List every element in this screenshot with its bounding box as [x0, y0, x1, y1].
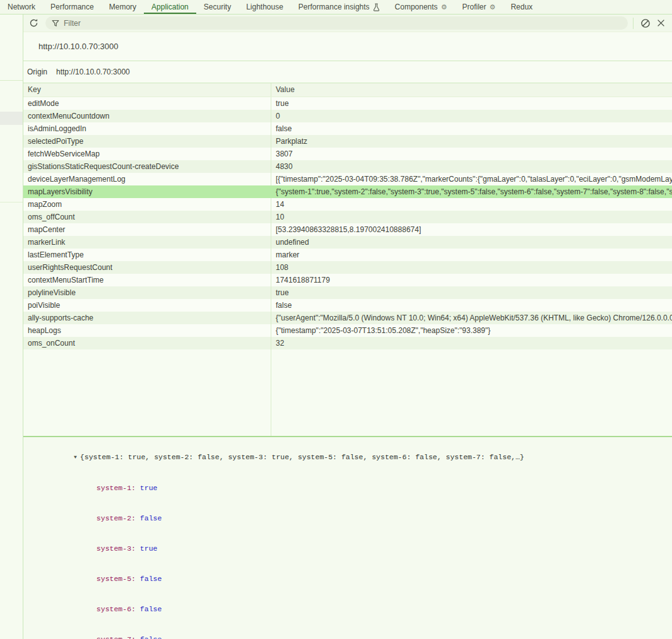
gear-icon: ⚙ [441, 4, 447, 11]
table-row[interactable]: mapZoom 14 [23, 198, 672, 211]
row-key: oms_onCount [23, 337, 271, 349]
preview-entry: system-5false [23, 564, 672, 594]
tab-components[interactable]: Components ⚙ [387, 0, 455, 14]
row-value: 3807 [271, 148, 672, 160]
refresh-icon [29, 18, 38, 28]
row-key: mapLayersVisibility [23, 185, 271, 198]
table-row[interactable]: polylineVisible true [23, 286, 672, 299]
sidebar-divider [0, 202, 23, 202]
tab-performance-insights[interactable]: Performance insights [291, 0, 387, 14]
preview-entry: system-6false [23, 594, 672, 624]
row-value: 4830 [271, 160, 672, 173]
tab-memory[interactable]: Memory [102, 0, 144, 14]
tab-application[interactable]: Application [144, 0, 196, 14]
storage-title: http://10.10.0.70:3000 [23, 32, 672, 61]
funnel-icon [52, 20, 59, 27]
row-key: gisStationsStaticRequestCount-createDevi… [23, 160, 271, 173]
table-row[interactable]: userRightsRequestCount 108 [23, 261, 672, 274]
table-row[interactable]: contextMenuStartTime 1741618871179 [23, 274, 672, 286]
tab-redux[interactable]: Redux [503, 0, 540, 14]
preview-entry: system-1true [23, 473, 672, 503]
row-value: true [271, 286, 672, 299]
table-row[interactable]: markerLink undefined [23, 236, 672, 249]
row-key: heapLogs [23, 324, 271, 337]
row-key: selectedPoiType [23, 135, 271, 148]
table-row[interactable]: lastElementType marker [23, 249, 672, 261]
row-key: mapCenter [23, 223, 271, 236]
chevron-expanded-icon[interactable]: ▼ [74, 452, 77, 462]
row-key: userRightsRequestCount [23, 261, 271, 274]
preview-entry: system-2false [23, 503, 672, 534]
row-key: markerLink [23, 236, 271, 249]
clear-all-button[interactable] [638, 16, 653, 31]
table-row[interactable]: heapLogs {"timestamp":"2025-03-07T13:51:… [23, 324, 672, 337]
row-value: {"userAgent":"Mozilla/5.0 (Windows NT 10… [271, 312, 672, 324]
row-value: 0 [271, 110, 672, 122]
filter-input[interactable] [64, 19, 622, 28]
table-body: editMode true contextMenuCountdown 0 isA… [23, 97, 672, 349]
row-value: false [271, 299, 672, 312]
row-key: contextMenuStartTime [23, 274, 271, 286]
row-key: polylineVisible [23, 286, 271, 299]
delete-selected-button[interactable] [653, 16, 668, 31]
block-icon [640, 18, 651, 28]
table-row[interactable]: isAdminLoggedIn false [23, 122, 672, 135]
tab-profiler[interactable]: Profiler ⚙ [455, 0, 504, 14]
storage-sidebar [0, 15, 23, 639]
value-preview-panel: ▼{system-1: true, system-2: false, syste… [23, 436, 672, 639]
table-row[interactable]: gisStationsStaticRequestCount-createDevi… [23, 160, 672, 173]
origin-label: Origin [27, 67, 47, 76]
row-value: [53.23940863328815,8.197002410888674] [271, 223, 672, 236]
row-value: false [271, 122, 672, 135]
table-row[interactable]: oms_onCount 32 [23, 337, 672, 349]
table-empty-area [23, 349, 672, 436]
row-value: marker [271, 249, 672, 261]
tab-lighthouse[interactable]: Lighthouse [239, 0, 291, 14]
sidebar-selected-item[interactable] [0, 112, 23, 125]
preview-entry: system-3true [23, 534, 672, 564]
origin-row: Origin http://10.10.0.70:3000 [23, 61, 672, 83]
table-row[interactable]: oms_offCount 10 [23, 211, 672, 223]
origin-value: http://10.10.0.70:3000 [56, 67, 130, 76]
preview-root: ▼{system-1: true, system-2: false, syste… [23, 443, 672, 471]
row-value: {"timestamp":"2025-03-07T13:51:05.208Z",… [271, 324, 672, 337]
flask-icon [373, 3, 380, 11]
tab-security[interactable]: Security [196, 0, 239, 14]
row-key: contextMenuCountdown [23, 110, 271, 122]
toolbar-divider [633, 18, 634, 29]
refresh-button[interactable] [26, 16, 41, 31]
row-key: lastElementType [23, 249, 271, 261]
tab-network[interactable]: Network [0, 0, 43, 14]
storage-toolbar [23, 15, 672, 32]
table-row[interactable]: editMode true [23, 97, 672, 110]
sidebar-divider [0, 80, 23, 81]
row-key: deviceLayerManagementLog [23, 173, 271, 185]
column-header-key: Key [23, 83, 271, 97]
table-row[interactable]: poiVisible false [23, 299, 672, 312]
row-key: ally-supports-cache [23, 312, 271, 324]
table-row[interactable]: contextMenuCountdown 0 [23, 110, 672, 122]
row-key: isAdminLoggedIn [23, 122, 271, 135]
table-row[interactable]: deviceLayerManagementLog [{"timestamp":"… [23, 173, 672, 185]
devtools-tabbar: Network Performance Memory Application S… [0, 0, 672, 15]
table-row[interactable]: fetchWebServiceMap 3807 [23, 148, 672, 160]
table-row[interactable]: mapLayersVisibility {"system-1":true,"sy… [23, 185, 672, 198]
row-key: editMode [23, 97, 271, 110]
row-value: 108 [271, 261, 672, 274]
filter-pill [45, 16, 628, 30]
row-value: 1741618871179 [271, 274, 672, 286]
close-icon [657, 19, 665, 27]
table-row[interactable]: ally-supports-cache {"userAgent":"Mozill… [23, 312, 672, 324]
row-value: Parkplatz [271, 135, 672, 148]
devtools-window: Network Performance Memory Application S… [0, 0, 672, 639]
preview-entry: system-7false [23, 624, 672, 639]
row-value: true [271, 97, 672, 110]
table-row[interactable]: mapCenter [53.23940863328815,8.197002410… [23, 223, 672, 236]
tab-performance[interactable]: Performance [43, 0, 102, 14]
column-header-value: Value [271, 83, 672, 97]
row-value: {"system-1":true,"system-2":false,"syste… [271, 185, 672, 198]
table-header: Key Value [23, 83, 672, 97]
row-key: poiVisible [23, 299, 271, 312]
table-row[interactable]: selectedPoiType Parkplatz [23, 135, 672, 148]
row-value: [{"timestamp":"2025-03-04T09:35:38.786Z"… [271, 173, 672, 185]
